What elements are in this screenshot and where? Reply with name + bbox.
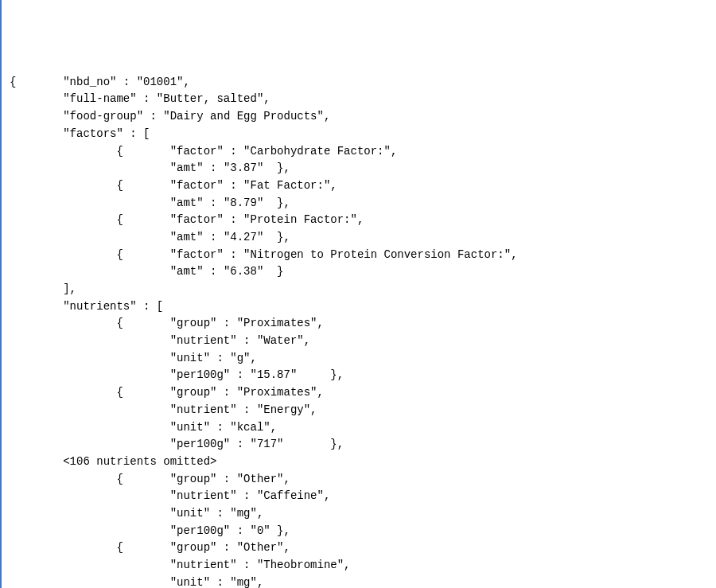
key: "unit" <box>170 507 210 520</box>
value: "Proximates" <box>237 317 317 329</box>
value: "4.27" <box>224 231 263 243</box>
value: "15.87" <box>250 368 297 381</box>
value: "Nitrogen to Protein Conversion Factor:" <box>243 248 511 261</box>
key: "factor" <box>170 248 224 261</box>
key: "nutrient" <box>170 559 237 571</box>
value: "8.79" <box>224 197 263 209</box>
key: "nutrient" <box>170 403 237 416</box>
key: "group" <box>170 386 217 399</box>
key: "unit" <box>170 576 210 588</box>
key: "amt" <box>170 231 204 243</box>
key: "factor" <box>170 145 224 158</box>
value: "mg" <box>230 576 257 588</box>
omitted-note: <106 nutrients omitted> <box>63 455 216 468</box>
value: "mg" <box>230 507 257 520</box>
value: "Butter, salted" <box>157 92 263 105</box>
key: "factors" <box>63 127 123 140</box>
value: "kcal" <box>230 421 270 434</box>
value: "Proximates" <box>237 386 317 399</box>
key: "amt" <box>170 162 204 174</box>
value: "3.87" <box>224 162 263 174</box>
key: "nutrient" <box>170 334 237 347</box>
value: "Caffeine" <box>257 489 324 502</box>
key: "nbd_no" <box>63 76 116 88</box>
key: "amt" <box>170 197 204 209</box>
value: "Water" <box>257 334 304 347</box>
key: "per100g" <box>170 524 231 537</box>
key: "group" <box>170 473 217 485</box>
value: "Fat Factor:" <box>243 179 330 192</box>
value: "g" <box>230 352 250 364</box>
value: "6.38" <box>224 265 263 278</box>
value: "01001" <box>137 76 184 88</box>
value: "0" <box>250 524 270 537</box>
key: "amt" <box>170 265 204 278</box>
key: "per100g" <box>170 368 231 381</box>
value: "Protein Factor:" <box>243 213 357 226</box>
key: "group" <box>170 317 217 329</box>
key: "per100g" <box>170 438 231 450</box>
key: "nutrient" <box>170 489 237 502</box>
value: "Other" <box>237 541 284 554</box>
value: "Other" <box>237 473 284 485</box>
value: "Dairy and Egg Products" <box>163 110 324 123</box>
key: "nutrients" <box>63 300 136 313</box>
value: "Carbohydrate Factor:" <box>243 145 391 158</box>
value: "717" <box>250 438 283 450</box>
key: "unit" <box>170 352 210 364</box>
key: "food-group" <box>63 110 143 123</box>
key: "group" <box>170 541 217 554</box>
key: "full-name" <box>63 92 136 105</box>
key: "factor" <box>170 213 224 226</box>
key: "factor" <box>170 179 224 192</box>
value: "Energy" <box>257 403 310 416</box>
code-block: { "nbd_no" : "01001", "full-name" : "But… <box>10 74 708 588</box>
value: "Theobromine" <box>257 559 344 571</box>
key: "unit" <box>170 421 210 434</box>
